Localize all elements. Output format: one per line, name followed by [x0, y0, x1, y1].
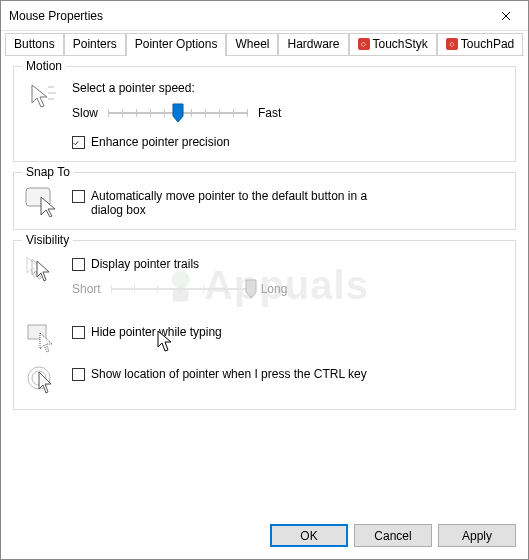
pointer-speed-label: Select a pointer speed:: [72, 81, 505, 95]
tab-wheel[interactable]: Wheel: [226, 33, 278, 55]
pointer-trails-icon: [24, 255, 60, 285]
apply-button[interactable]: Apply: [438, 524, 516, 547]
snap-to-checkbox[interactable]: [72, 190, 85, 203]
pointer-trails-label: Display pointer trails: [91, 257, 199, 271]
tab-pointers[interactable]: Pointers: [64, 33, 126, 55]
tab-content: Appuals Motion Select a pointer speed: S…: [5, 55, 524, 514]
fast-label: Fast: [258, 106, 281, 120]
group-visibility-title: Visibility: [22, 233, 73, 247]
checkmark-icon: [73, 138, 79, 148]
cancel-button[interactable]: Cancel: [354, 524, 432, 547]
ctrl-locate-checkbox[interactable]: [72, 368, 85, 381]
ctrl-locate-label: Show location of pointer when I press th…: [91, 367, 367, 381]
group-snap-to: Snap To Automatically move pointer to th…: [13, 172, 516, 230]
synaptics-icon: ○: [446, 38, 458, 50]
enhance-precision-label: Enhance pointer precision: [91, 135, 230, 149]
hide-typing-icon: [24, 323, 60, 353]
tab-hardware[interactable]: Hardware: [278, 33, 348, 55]
tab-pointer-options[interactable]: Pointer Options: [126, 33, 227, 56]
ctrl-locate-icon: [24, 365, 60, 397]
tab-touchpad[interactable]: ○TouchPad: [437, 33, 523, 55]
window-title: Mouse Properties: [9, 9, 483, 23]
slow-label: Slow: [72, 106, 98, 120]
short-label: Short: [72, 282, 101, 296]
tab-buttons[interactable]: Buttons: [5, 33, 64, 55]
pointer-trails-checkbox[interactable]: [72, 258, 85, 271]
enhance-precision-checkbox[interactable]: [72, 136, 85, 149]
group-snap-to-title: Snap To: [22, 165, 74, 179]
ok-button[interactable]: OK: [270, 524, 348, 547]
dialog-footer: OK Cancel Apply: [1, 514, 528, 559]
hide-typing-checkbox[interactable]: [72, 326, 85, 339]
pointer-speed-slider[interactable]: [108, 101, 248, 125]
pointer-trails-slider: [111, 277, 251, 301]
group-motion: Motion Select a pointer speed: Slow: [13, 66, 516, 162]
titlebar: Mouse Properties: [1, 1, 528, 31]
group-motion-title: Motion: [22, 59, 66, 73]
tab-strip: Buttons Pointers Pointer Options Wheel H…: [1, 31, 528, 55]
synaptics-icon: ○: [358, 38, 370, 50]
hide-typing-label: Hide pointer while typing: [91, 325, 222, 339]
group-visibility: Visibility Display pointer trails: [13, 240, 516, 410]
snap-to-label: Automatically move pointer to the defaul…: [91, 189, 391, 217]
close-icon: [501, 11, 511, 21]
pointer-speed-icon: [24, 81, 60, 113]
close-button[interactable]: [483, 1, 528, 31]
mouse-properties-dialog: Mouse Properties Buttons Pointers Pointe…: [0, 0, 529, 560]
long-label: Long: [261, 282, 288, 296]
tab-touchstyk[interactable]: ○TouchStyk: [349, 33, 437, 55]
snap-to-icon: [24, 187, 60, 217]
